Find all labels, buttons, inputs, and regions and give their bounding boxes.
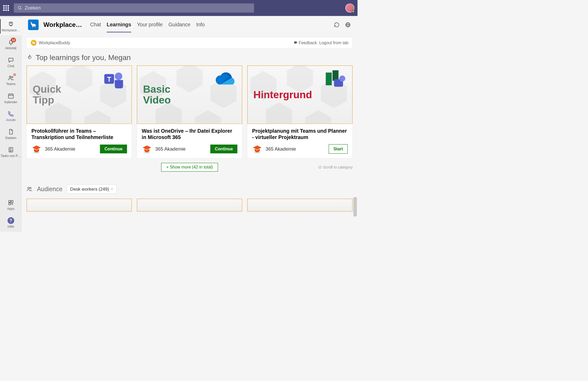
svg-point-0 — [18, 6, 21, 9]
refresh-button[interactable] — [334, 22, 340, 28]
rail-label: Tasks von P… — [0, 154, 21, 157]
phone-icon — [7, 110, 14, 117]
app-header: 🦙 Workplace… Chat Learnings Your profile… — [22, 16, 357, 34]
svg-rect-16 — [9, 203, 11, 205]
card-action-button[interactable]: Continue — [100, 145, 127, 153]
workplace-app-icon — [7, 21, 14, 28]
calendar-icon — [7, 92, 14, 100]
audience-selected: Desk workers (249) — [70, 186, 109, 191]
show-more-button[interactable]: + Show more (42 in total) — [161, 163, 218, 171]
teams-icon: @ — [7, 75, 14, 82]
learning-cards-row2 — [26, 199, 352, 212]
globe-icon — [345, 22, 351, 28]
search-icon — [18, 6, 22, 10]
tab-content-bar: 🦙 WorkplaceBuddy Feedback Logout from ta… — [26, 37, 352, 48]
flame-icon — [26, 54, 33, 61]
learning-card[interactable]: BasicVideoWas ist OneDrive – Ihr Datei E… — [137, 65, 242, 158]
tab-learnings[interactable]: Learnings — [107, 17, 131, 32]
activity-badge: 12 — [11, 38, 16, 42]
tasks-icon — [7, 146, 14, 153]
globe-button[interactable] — [345, 22, 351, 28]
svg-rect-7 — [8, 94, 13, 98]
logout-link[interactable]: Logout from tab — [319, 40, 349, 45]
learning-card[interactable] — [137, 199, 242, 212]
svg-point-29 — [254, 152, 261, 154]
chat-icon — [7, 57, 14, 64]
rail-item-help[interactable]: ? Hilfe — [0, 214, 22, 232]
app-launcher-icon[interactable] — [3, 5, 9, 11]
hero-product-icon — [323, 70, 347, 90]
card-action-button[interactable]: Start — [329, 144, 348, 154]
rail-label: Workplace… — [1, 29, 20, 32]
svg-point-4 — [11, 23, 12, 23]
comment-icon — [293, 41, 297, 45]
tab-guidance[interactable]: Guidance — [168, 17, 190, 32]
help-icon: ? — [7, 217, 14, 224]
provider-icon — [31, 144, 42, 154]
scrollbar-thumb[interactable] — [353, 197, 357, 216]
card-hero: BasicVideo — [137, 66, 242, 124]
rail-item-teams[interactable]: @ Teams — [0, 71, 22, 89]
svg-rect-2 — [9, 22, 12, 25]
card-title: Was ist OneDrive – Ihr Datei Explorer in… — [142, 128, 237, 141]
svg-point-32 — [28, 187, 29, 189]
hero-product-icon — [212, 70, 236, 90]
svg-point-22 — [115, 72, 122, 80]
feedback-link[interactable]: Feedback — [293, 40, 317, 45]
rail-label: Hilfe — [7, 225, 14, 228]
main-area: 🦙 Workplace… Chat Learnings Your profile… — [22, 16, 357, 232]
provider-icon — [252, 144, 262, 154]
provider-icon — [142, 144, 152, 154]
file-icon — [7, 128, 14, 135]
learning-card[interactable] — [247, 199, 353, 212]
provider-name: 365 Akademie — [45, 146, 97, 152]
section-heading: Top learnings for you, Megan — [26, 53, 352, 62]
tab-chat[interactable]: Chat — [90, 17, 101, 32]
svg-point-28 — [339, 76, 345, 82]
section-title: Top learnings for you, Megan — [36, 53, 131, 62]
svg-rect-25 — [326, 72, 332, 85]
rail-item-calls[interactable]: Anrufe — [0, 107, 22, 125]
apps-icon — [7, 199, 14, 206]
audience-select[interactable]: Desk workers (249) — [67, 184, 117, 194]
rail-item-apps[interactable]: Apps — [0, 196, 22, 214]
search-input[interactable] — [25, 5, 250, 11]
rail-item-calendar[interactable]: Kalender — [0, 89, 22, 107]
rail-item-activity[interactable]: 12 Aktivität — [0, 35, 22, 53]
rail-item-files[interactable]: Dateien — [0, 125, 22, 143]
tab-brand-label: WorkplaceBuddy — [39, 40, 70, 45]
app-title: Workplace… — [43, 21, 82, 28]
tab-info[interactable]: Info — [196, 17, 205, 32]
audience-row: Audience Desk workers (249) — [26, 184, 352, 194]
rail-item-tasks[interactable]: Tasks von P… — [0, 143, 22, 161]
workplacebuddy-app-icon: 🦙 — [28, 19, 38, 30]
top-bar — [0, 0, 357, 16]
rail-item-chat[interactable]: Chat — [0, 53, 22, 71]
rail-label: Chat — [7, 65, 14, 68]
svg-rect-14 — [9, 201, 11, 202]
profile-avatar[interactable] — [345, 3, 354, 12]
hero-product-icon: T — [102, 70, 126, 90]
rail-label: Anrufe — [6, 118, 16, 121]
learning-card[interactable] — [26, 199, 132, 212]
learning-card[interactable]: HintergrundProjektplanung mit Teams und … — [247, 65, 353, 158]
svg-point-24 — [144, 152, 150, 154]
rail-label: Aktivität — [5, 47, 17, 50]
learning-card[interactable]: QuickTippTProtokollführer in Teams – Tra… — [26, 65, 132, 158]
svg-rect-15 — [11, 201, 13, 202]
rail-label: Kalender — [4, 100, 17, 103]
card-action-button[interactable]: Continue — [210, 145, 238, 153]
bell-icon: 12 — [7, 39, 14, 46]
caret-down-icon — [111, 188, 113, 190]
workplacebuddy-badge-icon: 🦙 — [31, 40, 37, 46]
tab-profile[interactable]: Your profile — [137, 17, 163, 32]
card-body: Was ist OneDrive – Ihr Datei Explorer in… — [137, 124, 242, 158]
search-box[interactable] — [14, 3, 254, 13]
svg-point-6 — [12, 77, 13, 78]
logout-label: Logout from tab — [319, 40, 349, 45]
scroll-to-category-link[interactable]: Scroll to category — [318, 165, 353, 170]
circle-minus-icon — [318, 165, 322, 169]
rail-label: Teams — [6, 82, 16, 86]
rail-item-workplace[interactable]: Workplace… — [0, 17, 22, 35]
presence-available-icon — [352, 10, 355, 13]
